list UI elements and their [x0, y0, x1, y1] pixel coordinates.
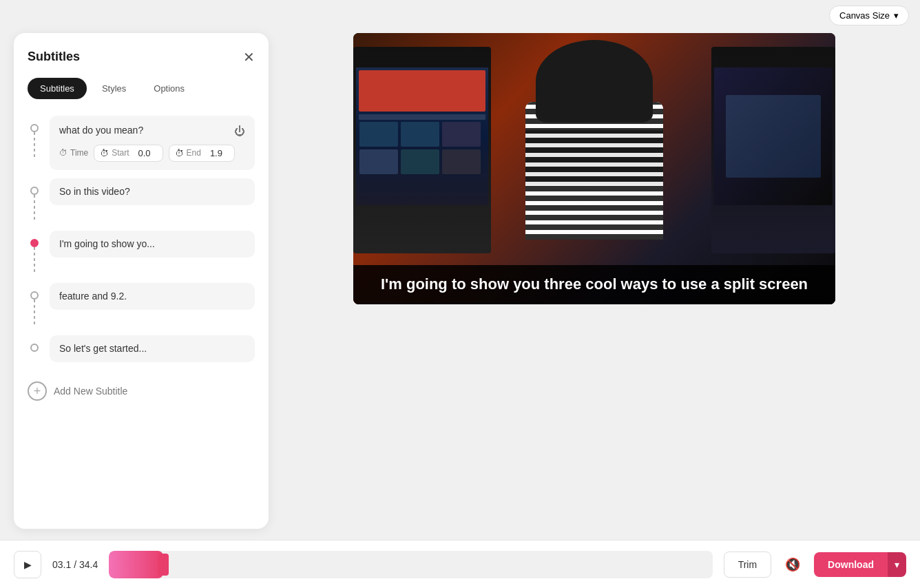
trim-button[interactable]: Trim [724, 552, 771, 578]
current-time: 03.1 [52, 559, 71, 570]
clock-icon-end: ⏱ [175, 148, 184, 158]
subtitle-card-3[interactable]: I'm going to show yo... [50, 231, 255, 258]
chevron-down-icon: ▾ [894, 10, 899, 21]
video-background [353, 33, 835, 304]
timeline-dot-4 [30, 291, 39, 300]
subtitle-text-3: I'm going to show yo... [59, 238, 245, 251]
subtitle-card-1[interactable]: what do you mean? ⏻ ⏱ Time ⏱ Start [50, 116, 255, 170]
timeline-dot-2 [30, 187, 39, 195]
subtitle-card-2[interactable]: So in this video? [50, 178, 255, 206]
monitor-right [711, 47, 835, 253]
person-area [477, 33, 711, 246]
subtitle-card-5[interactable]: So let's get started... [50, 335, 255, 363]
clock-icon-start: ⏱ [100, 148, 109, 158]
timeline-dot-5 [30, 344, 39, 352]
subtitles-panel: Subtitles ✕ Subtitles Styles Options wha… [14, 33, 269, 529]
play-button[interactable]: ▶ [14, 551, 41, 578]
total-time: 34.4 [79, 559, 98, 570]
subtitle-text-4: feature and 9.2. [59, 290, 245, 304]
subtitles-list: what do you mean? ⏻ ⏱ Time ⏱ Start [28, 116, 255, 406]
subtitle-text-5: So let's get started... [59, 342, 245, 356]
add-subtitle-label: Add New Subtitle [54, 386, 127, 397]
panel-title: Subtitles [28, 50, 80, 64]
top-bar: Canvas Size ▾ [818, 0, 920, 31]
subtitle-row-3: I'm going to show yo... [28, 231, 255, 275]
subtitle-row-2: So in this video? [28, 178, 255, 222]
subtitle-row-5: So let's get started... [28, 335, 255, 363]
subtitle-overlay-text: I'm going to show you three cool ways to… [367, 275, 822, 295]
subtitle-text-1: what do you mean? [59, 124, 245, 138]
bottom-bar: ▶ 03.1 / 34.4 Trim 🔇 Download ▾ [0, 540, 920, 588]
video-area: I'm going to show you three cool ways to… [282, 28, 906, 304]
add-subtitle-icon: + [28, 381, 47, 401]
timeline-col-5 [28, 335, 41, 352]
panel-header: Subtitles ✕ [28, 50, 255, 64]
chevron-down-icon: ▾ [895, 559, 899, 570]
time-separator: / [74, 559, 79, 570]
play-icon: ▶ [24, 559, 32, 570]
time-label-1: ⏱ Time [59, 148, 88, 158]
monitor-left [353, 47, 491, 253]
add-subtitle-row[interactable]: + Add New Subtitle [28, 376, 255, 406]
timeline-line-1 [34, 132, 35, 160]
end-time-group[interactable]: ⏱ End [169, 145, 235, 162]
monitor-screen-right [714, 67, 833, 205]
volume-off-icon: 🔇 [785, 558, 800, 571]
tab-options[interactable]: Options [141, 78, 197, 99]
tabs-container: Subtitles Styles Options [28, 78, 255, 99]
canvas-size-button[interactable]: Canvas Size ▾ [829, 6, 909, 25]
timeline-col-1 [28, 116, 41, 160]
time-display: 03.1 / 34.4 [52, 559, 98, 570]
subtitle-card-inner-1: what do you mean? ⏻ [59, 124, 245, 138]
download-dropdown-button[interactable]: ▾ [888, 552, 906, 577]
download-main-button[interactable]: Download [814, 552, 888, 577]
timeline-col-4 [28, 283, 41, 327]
monitor-screen-left [356, 67, 488, 205]
timeline-dot-3 [30, 239, 39, 247]
progress-fill [109, 551, 163, 578]
subtitle-row-4: feature and 9.2. [28, 283, 255, 327]
close-button[interactable]: ✕ [243, 50, 255, 64]
time-row-1: ⏱ Time ⏱ Start ⏱ End [59, 145, 245, 162]
start-time-input[interactable] [132, 148, 157, 158]
canvas-size-label: Canvas Size [839, 10, 890, 21]
volume-button[interactable]: 🔇 [782, 554, 803, 575]
timeline-line-3 [34, 247, 35, 275]
subtitle-card-4[interactable]: feature and 9.2. [50, 283, 255, 311]
subtitle-text-2: So in this video? [59, 185, 245, 199]
progress-thumb[interactable] [158, 554, 169, 576]
timeline-dot-1 [30, 124, 39, 132]
end-time-input[interactable] [204, 148, 229, 158]
timeline-line-4 [34, 300, 35, 327]
timeline-line-2 [34, 195, 35, 222]
main-area: Subtitles ✕ Subtitles Styles Options wha… [0, 28, 920, 540]
timeline-col-3 [28, 231, 41, 275]
tab-styles[interactable]: Styles [90, 78, 138, 99]
timeline-col-2 [28, 178, 41, 222]
subtitle-overlay: I'm going to show you three cool ways to… [353, 265, 835, 304]
download-button-group: Download ▾ [814, 552, 906, 577]
progress-bar[interactable] [109, 551, 712, 578]
start-time-group[interactable]: ⏱ Start [94, 145, 163, 162]
subtitle-row-1: what do you mean? ⏻ ⏱ Time ⏱ Start [28, 116, 255, 170]
sync-button-1[interactable]: ⏻ [234, 125, 245, 138]
tab-subtitles[interactable]: Subtitles [28, 78, 87, 99]
video-container: I'm going to show you three cool ways to… [353, 33, 835, 304]
clock-icon-1: ⏱ [59, 148, 67, 158]
